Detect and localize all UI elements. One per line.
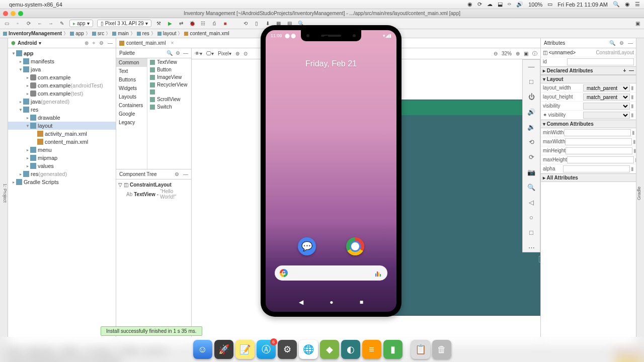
notes-icon[interactable]: 📝 (235, 340, 255, 359)
tree-node[interactable]: ▼app (8, 49, 116, 57)
close-window[interactable] (3, 11, 8, 16)
tree-node[interactable]: ▼res (8, 106, 116, 114)
section-layout[interactable]: ▾ Layout (541, 75, 636, 83)
android-studio-icon[interactable]: ◆ (320, 340, 339, 359)
sublime-icon[interactable]: ≡ (362, 340, 381, 359)
rotate-right-icon[interactable]: ⟳ (527, 153, 535, 161)
palette-item[interactable]: RecyclerView (147, 81, 191, 88)
forward-icon[interactable]: → (47, 21, 54, 26)
camera-icon[interactable]: 📷 (527, 168, 535, 176)
zoom-fit-icon[interactable]: ▣ (524, 51, 528, 56)
palette-item[interactable]: Switch (147, 103, 191, 111)
attr-input[interactable] (565, 138, 632, 145)
stop-icon[interactable]: ■ (222, 21, 229, 26)
overview-icon[interactable]: □ (527, 229, 535, 237)
emulator-device[interactable]: 11:09 ⬤ ⬤ ▾◢▮ Friday, Feb 21 💬 ◀ ● ■ (261, 25, 401, 317)
assistant-icon[interactable] (375, 269, 382, 277)
palette-cat[interactable]: Google (116, 110, 147, 118)
settings-icon[interactable]: ⚙ (278, 340, 297, 359)
launchpad-icon[interactable]: 🚀 (214, 340, 233, 359)
hide-icon[interactable]: — (628, 40, 633, 46)
more-icon[interactable]: ⋯ (527, 244, 535, 252)
avd-icon[interactable]: ▯ (253, 21, 260, 26)
gear-icon[interactable]: ⚙ (619, 40, 624, 46)
attr-select[interactable]: match_parent (583, 84, 630, 92)
emulator-screen[interactable]: 11:09 ⬤ ⬤ ▾◢▮ Friday, Feb 21 💬 ◀ ● ■ (266, 30, 396, 312)
attr-input[interactable] (566, 147, 632, 154)
hammer-icon[interactable]: ⚒ (155, 21, 163, 26)
cloud-icon[interactable]: ☁ (487, 1, 493, 8)
google-search-bar[interactable] (275, 265, 387, 281)
tree-node[interactable]: ▸drawable (8, 114, 116, 122)
back-icon[interactable]: ◁ (527, 199, 535, 207)
tree-node[interactable]: ▸com.example (test) (8, 89, 116, 98)
project-mode[interactable]: Android (18, 40, 37, 46)
siri-icon[interactable]: ◉ (625, 1, 630, 8)
profile-icon[interactable]: ☷ (200, 21, 207, 26)
trash-icon[interactable]: 🗑 (432, 340, 451, 359)
nav-home-icon[interactable]: ● (330, 299, 333, 306)
tree-node[interactable]: ▸manifests (8, 57, 116, 65)
palette-cat[interactable]: Containers (116, 101, 147, 110)
run-icon[interactable]: ▶ (167, 21, 174, 26)
palette-cat[interactable]: Legacy (116, 118, 147, 127)
attr-input[interactable] (563, 165, 630, 172)
project-tree[interactable]: ▼app▸manifests▼java▸com.example▸com.exam… (8, 48, 116, 346)
tree-node[interactable]: ▸com.example (8, 73, 116, 81)
document-icon[interactable]: 📋 (411, 340, 430, 359)
close-icon[interactable]: □ (527, 78, 535, 86)
tree-node[interactable]: content_main.xml (8, 138, 116, 146)
eye-icon[interactable]: 👁▾ (195, 51, 202, 56)
target-icon[interactable]: ⊕ (85, 40, 89, 46)
gear-icon[interactable]: ⚙ (175, 171, 179, 177)
palette-item[interactable]: TextView (147, 58, 191, 66)
apply-icon[interactable]: ⇄ (178, 21, 185, 26)
tree-node[interactable]: activity_main.xml (8, 130, 116, 138)
sync-icon[interactable]: ⟳ (477, 1, 482, 8)
attach-icon[interactable]: ⎙ (211, 21, 218, 26)
home-icon[interactable]: ○ (527, 214, 535, 222)
collapse-icon[interactable]: ÷ (93, 40, 96, 46)
volume-icon[interactable]: 🔊 (516, 1, 523, 8)
zoom-window[interactable] (18, 11, 23, 16)
device-design-select[interactable]: Pixel▾ (218, 51, 231, 56)
warnings-icon[interactable]: ⓘ (532, 50, 537, 57)
battery-icon[interactable]: ▭ (547, 1, 552, 8)
tree-node[interactable]: ▸mipmap (8, 154, 116, 162)
search-icon[interactable]: 🔍 (609, 40, 615, 46)
finder-icon[interactable]: ☺ (193, 340, 212, 359)
qemu-icon[interactable]: ◐ (341, 340, 360, 359)
section-common[interactable]: ▾ Common Attributes (541, 120, 636, 128)
chrome-dock-icon[interactable]: 🌐 (299, 340, 318, 359)
terminal-icon[interactable]: ▮ (383, 340, 403, 359)
palette-items[interactable]: TextViewButtonImageViewRecyclerViewScrol… (147, 58, 191, 169)
record-icon[interactable]: ◉ (467, 1, 472, 8)
palette-cat[interactable]: Text (116, 67, 147, 75)
gear-icon[interactable]: ⚙ (176, 50, 180, 56)
open-icon[interactable]: ▭ (3, 21, 10, 26)
tree-node[interactable]: ▼layout (8, 122, 116, 130)
attr-id-input[interactable] (567, 58, 634, 65)
hide-icon[interactable]: — (183, 50, 188, 56)
tab-gradle[interactable]: Gradle (636, 40, 641, 346)
palette-cat[interactable]: Buttons (116, 75, 147, 84)
tab-project[interactable]: 1: Project (3, 40, 8, 346)
wand-icon[interactable]: ✎ (58, 21, 65, 26)
nav-back-icon[interactable]: ◀ (299, 299, 303, 306)
volume-up-icon[interactable]: 🔊 (527, 108, 535, 116)
palette-cat[interactable]: Common (116, 58, 147, 67)
save-icon[interactable]: ▫ (14, 21, 21, 26)
debug-icon[interactable]: 🐞 (189, 21, 196, 26)
notifications-icon[interactable]: ☰ (635, 1, 640, 8)
tree-node[interactable]: ▸com.example (androidTest) (8, 81, 116, 89)
menubar-app[interactable]: qemu-system-x86_64 (9, 2, 62, 8)
attr-select[interactable] (583, 103, 630, 110)
tree-node[interactable]: ▼java (8, 65, 116, 73)
messages-app-icon[interactable]: 💬 (298, 237, 316, 255)
palette-item[interactable]: ImageView (147, 73, 191, 81)
palette-cat[interactable]: Widgets (116, 84, 147, 93)
theme-icon[interactable]: ⊙ (244, 51, 248, 56)
zoom-out-icon[interactable]: ⊖ (494, 51, 498, 56)
palette-item[interactable]: Button (147, 66, 191, 73)
power-icon[interactable]: ⏻ (527, 93, 535, 101)
